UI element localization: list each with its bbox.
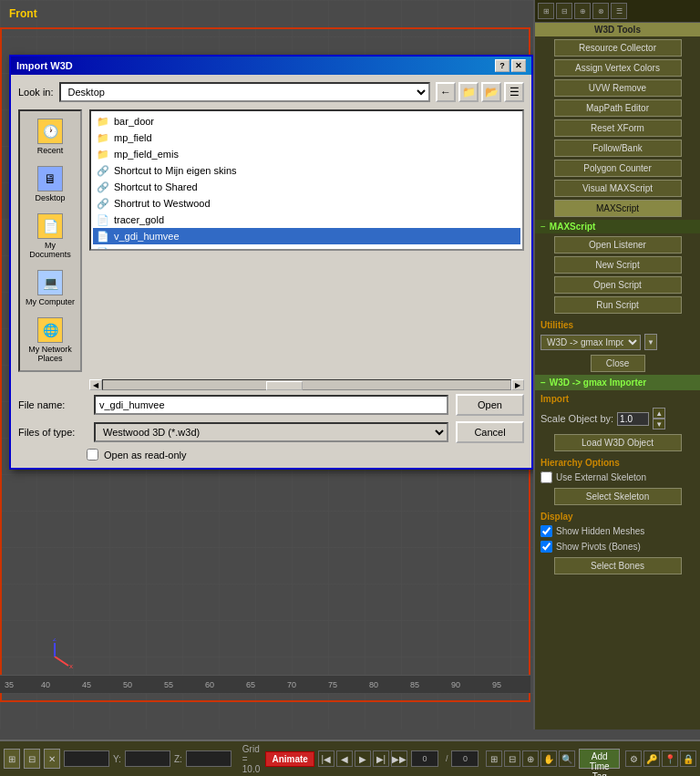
view-btn-2[interactable]: ⊟ — [504, 750, 520, 767]
sidebar-desktop[interactable]: 🖥 Desktop — [21, 162, 79, 206]
hscroll-track[interactable] — [102, 379, 511, 390]
run-script-btn[interactable]: Run Script — [554, 296, 682, 314]
animate-button[interactable]: Animate — [265, 751, 314, 767]
filetype-select[interactable]: Westwood 3D (*.w3d) — [94, 422, 448, 442]
scroll-right-btn[interactable]: ▶ — [511, 379, 524, 390]
add-time-tag-btn[interactable]: Add Time Tag — [579, 749, 620, 769]
utilities-expand-btn[interactable]: ▼ — [644, 334, 657, 350]
new-folder-button[interactable]: 📂 — [481, 82, 501, 102]
network-label: My Network Places — [25, 345, 76, 363]
scale-up-btn[interactable]: ▲ — [653, 408, 665, 419]
view-btn-5[interactable]: 🔍 — [559, 750, 575, 767]
svg-line-0 — [55, 657, 68, 666]
new-script-btn[interactable]: New Script — [554, 256, 682, 274]
visual-maxscript-btn[interactable]: Visual MAXScript — [554, 180, 682, 197]
sidebar-network[interactable]: 🌐 My Network Places — [21, 314, 79, 367]
play-fwd-btn[interactable]: ▶▶ — [391, 750, 407, 767]
status-btn-3[interactable]: ✕ — [44, 749, 60, 769]
file-item-mp-field[interactable]: 📁 mp_field — [93, 129, 520, 146]
select-bones-btn[interactable]: Select Bones — [554, 557, 682, 574]
look-in-select[interactable]: Desktop — [59, 82, 430, 102]
toolbar-btn-3[interactable]: ⊕ — [574, 3, 591, 19]
scroll-left-btn[interactable]: ◀ — [89, 379, 102, 390]
use-external-skeleton-cb[interactable] — [540, 471, 552, 483]
file-item-shortcut1[interactable]: 🔗 Shortcut to Mijn eigen skins — [93, 162, 520, 179]
file-list[interactable]: 📁 bar_door 📁 mp_field 📁 mp_field_emis 🔗 … — [89, 109, 524, 251]
up-button[interactable]: 📁 — [458, 82, 479, 102]
open-listener-btn[interactable]: Open Listener — [554, 236, 682, 253]
import-section-label: Import — [535, 390, 700, 406]
show-hidden-meshes-row: Show Hidden Meshes — [535, 523, 700, 539]
cancel-button[interactable]: Cancel — [456, 421, 524, 443]
show-pivots-cb[interactable] — [540, 541, 552, 553]
polygon-counter-btn[interactable]: Polygon Counter — [554, 160, 682, 177]
file-item-w-ramj[interactable]: 📄 w_ramj — [93, 244, 520, 251]
file-item-shortcut3[interactable]: 🔗 Shortrut to Westwood — [93, 195, 520, 212]
misc-btn-3[interactable]: 📍 — [662, 750, 678, 767]
sidebar-documents[interactable]: 📄 My Documents — [21, 210, 79, 263]
view-btn-1[interactable]: ⊞ — [486, 750, 502, 767]
mappath-editor-btn[interactable]: MapPath Editor — [554, 99, 682, 117]
show-hidden-meshes-cb[interactable] — [540, 525, 552, 537]
dialog-close-button[interactable]: ✕ — [511, 59, 526, 72]
total-frames-input[interactable] — [451, 750, 479, 767]
dialog-help-button[interactable]: ? — [495, 59, 510, 72]
readonly-checkbox[interactable] — [87, 449, 98, 460]
status-btn-2[interactable]: ⊟ — [24, 749, 40, 769]
scale-down-btn[interactable]: ▼ — [653, 419, 665, 429]
open-button[interactable]: Open — [456, 394, 524, 416]
uvw-remove-btn[interactable]: UVW Remove — [554, 79, 682, 97]
utilities-select[interactable]: W3D -> gmax Importe — [540, 335, 641, 350]
toolbar-btn-4[interactable]: ⊗ — [592, 3, 609, 19]
file-item-shortcut2[interactable]: 🔗 Shortcut to Shared — [93, 179, 520, 195]
load-w3d-btn[interactable]: Load W3D Object — [554, 434, 682, 451]
svg-text:x: x — [69, 662, 73, 670]
play-back-btn[interactable]: |◀ — [318, 750, 335, 767]
maxscript-section-header: − MAXScript — [535, 220, 700, 233]
computer-label: My Computer — [26, 297, 75, 306]
x-field[interactable] — [64, 750, 109, 767]
y-field[interactable] — [125, 750, 170, 767]
view-btn-4[interactable]: ✋ — [540, 750, 557, 767]
follow-bank-btn[interactable]: Follow/Bank — [554, 140, 682, 157]
y-label: Y: — [113, 754, 121, 764]
use-external-skeleton-label: Use External Skeleton — [556, 472, 646, 482]
select-skeleton-btn[interactable]: Select Skeleton — [554, 488, 682, 505]
toolbar-btn-2[interactable]: ⊟ — [556, 3, 572, 19]
status-btn-1[interactable]: ⊞ — [4, 749, 20, 769]
misc-btn-1[interactable]: ⚙ — [625, 750, 642, 767]
frame-input[interactable] — [411, 750, 438, 767]
sidebar-computer[interactable]: 💻 My Computer — [21, 266, 79, 310]
misc-btns: ⚙ 🔑 📍 🔒 — [625, 750, 696, 767]
utilities-row: W3D -> gmax Importe ▼ — [535, 332, 700, 352]
back-button[interactable]: ← — [436, 82, 456, 102]
view-btn-3[interactable]: ⊕ — [522, 750, 539, 767]
reset-xform-btn[interactable]: Reset XForm — [554, 119, 682, 137]
open-script-btn[interactable]: Open Script — [554, 276, 682, 294]
computer-icon: 💻 — [37, 270, 63, 295]
toolbar-btn-1[interactable]: ⊞ — [538, 3, 554, 19]
recent-label: Recent — [37, 146, 64, 155]
filename-input[interactable] — [94, 395, 448, 415]
misc-btn-2[interactable]: 🔑 — [643, 750, 660, 767]
file-item-tracer-gold[interactable]: 📄 tracer_gold — [93, 212, 520, 228]
hscroll-thumb[interactable] — [266, 381, 303, 390]
resource-collector-btn[interactable]: Resource Collector — [554, 39, 682, 57]
z-field[interactable] — [186, 750, 232, 767]
file-item-mp-field-emis[interactable]: 📁 mp_field_emis — [93, 146, 520, 162]
scale-spinner: ▲ ▼ — [653, 408, 665, 429]
view-button[interactable]: ☰ — [504, 82, 524, 102]
maxscript-btn[interactable]: MAXScript — [554, 200, 682, 217]
close-btn[interactable]: Close — [591, 355, 645, 372]
file-item-v-gdi-humvee[interactable]: 📄 v_gdi_humvee — [93, 228, 520, 244]
assign-vertex-colors-btn[interactable]: Assign Vertex Colors — [554, 59, 682, 77]
play-btn[interactable]: ▶ — [355, 750, 371, 767]
misc-btn-4[interactable]: 🔒 — [680, 750, 696, 767]
file-item-bar-door[interactable]: 📁 bar_door — [93, 113, 520, 129]
prev-frame-btn[interactable]: ◀ — [336, 750, 353, 767]
toolbar-btn-5[interactable]: ☰ — [611, 3, 627, 19]
display-label: Display — [535, 508, 700, 523]
scale-input[interactable] — [617, 412, 649, 426]
next-frame-btn[interactable]: ▶| — [373, 750, 389, 767]
sidebar-recent[interactable]: 🕐 Recent — [21, 115, 79, 159]
